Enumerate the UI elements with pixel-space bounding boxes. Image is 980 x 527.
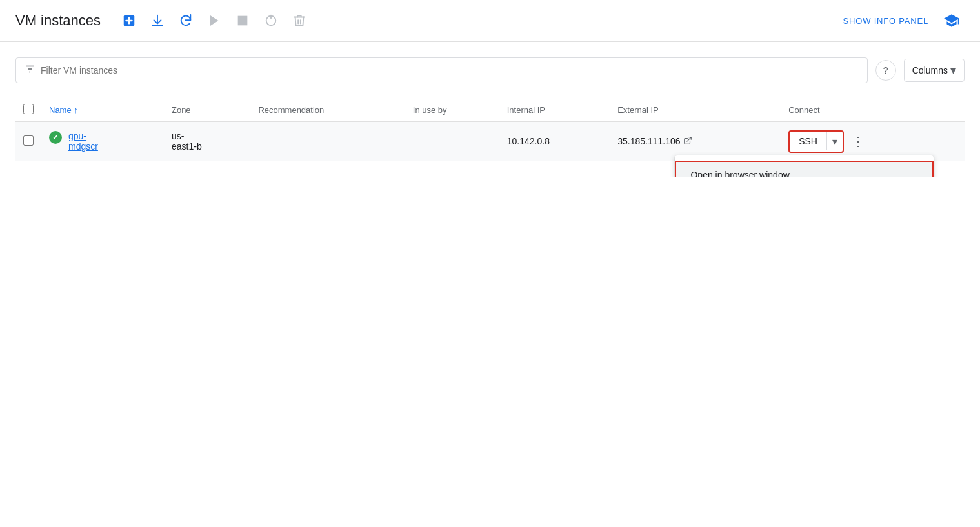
graduation-icon: [939, 8, 965, 34]
svg-marker-1: [210, 15, 219, 26]
instance-name-link[interactable]: gpu-mdgscr: [68, 131, 98, 152]
row-checkbox-cell: [15, 122, 41, 161]
table-body: gpu-mdgscr us-east1-b 10.142.0.8 35.185.…: [15, 122, 965, 161]
col-header-internal-ip: Internal IP: [499, 99, 610, 122]
delete-button[interactable]: [286, 8, 312, 34]
col-header-external-ip: External IP: [610, 99, 781, 122]
main-content: ? Columns ▾ Name ↑ Zone Recommendation I…: [0, 42, 980, 177]
row-checkbox[interactable]: [23, 135, 34, 146]
filter-input[interactable]: [41, 65, 859, 75]
ssh-main-button[interactable]: SSH: [790, 132, 827, 150]
internal-ip-cell: 10.142.0.8: [499, 122, 610, 161]
connect-cell: SSH ▾ ⋮ Open in browser window Open in b…: [781, 122, 965, 161]
start-button[interactable]: [201, 8, 227, 34]
ssh-button-group: SSH ▾: [788, 130, 844, 153]
filter-icon: [24, 63, 35, 77]
col-header-zone: Zone: [164, 99, 250, 122]
chevron-down-icon: ▾: [950, 63, 956, 77]
col-header-name[interactable]: Name ↑: [41, 99, 164, 122]
svg-point-3: [270, 15, 272, 17]
more-options-button[interactable]: ⋮: [846, 130, 870, 153]
show-info-panel-button[interactable]: SHOW INFO PANEL: [838, 11, 934, 31]
select-all-header: [15, 99, 41, 122]
select-all-checkbox[interactable]: [23, 104, 34, 114]
add-instance-button[interactable]: [116, 8, 142, 34]
help-button[interactable]: ?: [875, 60, 896, 81]
in-use-by-cell: [405, 122, 499, 161]
col-header-connect: Connect: [781, 99, 965, 122]
vm-instances-table: Name ↑ Zone Recommendation In use by Int…: [15, 99, 965, 161]
columns-label: Columns: [912, 65, 948, 75]
name-cell: gpu-mdgscr: [41, 122, 164, 161]
ssh-dropdown-button[interactable]: ▾: [827, 132, 843, 152]
col-header-in-use-by: In use by: [405, 99, 499, 122]
reset-button[interactable]: [258, 8, 284, 34]
zone-cell: us-east1-b: [164, 122, 250, 161]
toolbar-divider: [323, 13, 323, 28]
download-button[interactable]: [145, 8, 170, 34]
recommendation-cell: [250, 122, 405, 161]
filter-bar: ? Columns ▾: [15, 57, 965, 83]
table-header: Name ↑ Zone Recommendation In use by Int…: [15, 99, 965, 122]
toolbar-actions: [116, 8, 312, 34]
svg-rect-2: [238, 16, 248, 26]
filter-input-wrap: [15, 57, 868, 83]
toolbar: VM instances SHOW INFO PANEL: [0, 0, 980, 42]
columns-button[interactable]: Columns ▾: [904, 59, 965, 82]
table-row: gpu-mdgscr us-east1-b 10.142.0.8 35.185.…: [15, 122, 965, 161]
page-title: VM instances: [15, 12, 101, 29]
svg-line-7: [686, 137, 690, 141]
status-running-icon: [49, 131, 62, 144]
dropdown-item-open-browser-window[interactable]: Open in browser window: [675, 161, 934, 177]
refresh-button[interactable]: [173, 8, 199, 34]
external-link-icon: [683, 136, 692, 147]
ssh-dropdown-menu: Open in browser window Open in browser w…: [675, 155, 934, 177]
col-header-recommendation: Recommendation: [250, 99, 405, 122]
external-ip-value: 35.185.111.106: [617, 136, 680, 146]
ssh-button-wrap: SSH ▾ ⋮ Open in browser window Open in b…: [788, 130, 957, 153]
stop-button[interactable]: [230, 8, 255, 34]
